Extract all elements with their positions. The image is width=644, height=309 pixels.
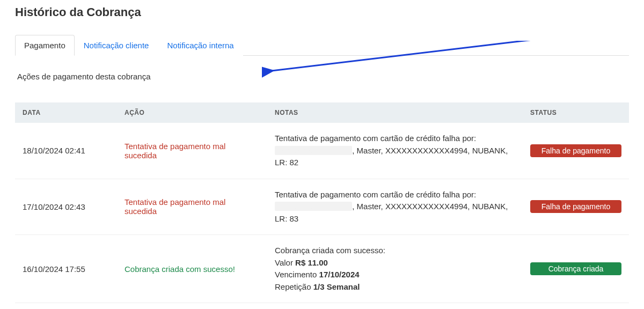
tab-content-pagamento: Ações de pagamento desta cobrança DATA A… [15,56,629,303]
cell-status: Falha de pagamento [523,179,629,235]
cell-action: Tentativa de pagamento mal sucedida [117,179,267,235]
notes-repeticao: 1/3 Semanal [313,282,360,291]
notes-line1: Cobrança criada com sucesso: [275,245,515,257]
cell-notes: Tentativa de pagamento com cartão de cré… [267,179,523,235]
status-badge: Cobrança criada [530,262,621,275]
table-row: 16/10/2024 17:55 Cobrança criada com suc… [15,235,629,303]
status-badge: Falha de pagamento [530,144,621,157]
cell-status: Falha de pagamento [523,123,629,179]
cell-date: 17/10/2024 02:43 [15,179,117,235]
cell-action: Cobrança criada com sucesso! [117,235,267,303]
table-row: 17/10/2024 02:43 Tentativa de pagamento … [15,179,629,235]
cell-status: Cobrança criada [523,235,629,303]
cell-notes: Tentativa de pagamento com cartão de cré… [267,123,523,179]
tab-notificacao-cliente[interactable]: Notificação cliente [75,35,158,56]
notes-valor-label: Valor [275,258,295,267]
cell-date: 18/10/2024 02:41 [15,123,117,179]
notes-vencimento-label: Vencimento [275,270,319,279]
col-header-acao: AÇÃO [117,102,267,123]
notes-valor: R$ 11.00 [295,258,328,267]
col-header-notas: NOTAS [267,102,523,123]
status-badge: Falha de pagamento [530,200,621,213]
col-header-status: STATUS [523,102,629,123]
notes-repeticao-label: Repetição [275,282,313,291]
notes-prefix: Tentativa de pagamento com cartão de cré… [275,134,476,143]
table-row: 18/10/2024 02:41 Tentativa de pagamento … [15,123,629,179]
page-title: Histórico da Cobrança [15,5,629,19]
cell-date: 16/10/2024 17:55 [15,235,117,303]
section-description: Ações de pagamento desta cobrança [15,72,629,81]
notes-prefix: Tentativa de pagamento com cartão de cré… [275,190,476,199]
tab-notificacao-interna[interactable]: Notificação interna [158,35,243,56]
tab-bar: Pagamento Notificação cliente Notificaçã… [15,34,629,56]
notes-vencimento: 17/10/2024 [319,270,360,279]
redacted-name: XXXXXXX XXXXXXX [275,146,352,155]
col-header-data: DATA [15,102,117,123]
redacted-name: XXXXXXX XXXXXXX [275,202,352,211]
history-table: DATA AÇÃO NOTAS STATUS 18/10/2024 02:41 … [15,102,629,303]
tab-pagamento[interactable]: Pagamento [15,35,75,56]
cell-notes: Cobrança criada com sucesso: Valor R$ 11… [267,235,523,303]
cell-action: Tentativa de pagamento mal sucedida [117,123,267,179]
